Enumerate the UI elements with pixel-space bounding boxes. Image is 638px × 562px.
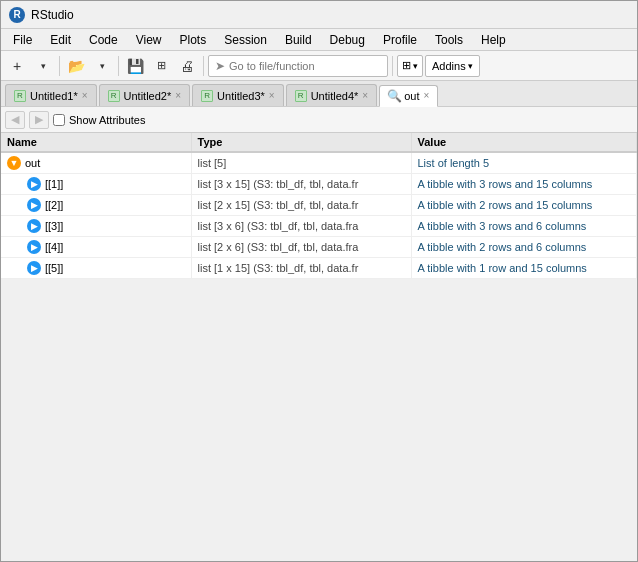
expand-btn-3[interactable]: ▶: [27, 219, 41, 233]
table-row: ▶[[2]]list [2 x 15] (S3: tbl_df, tbl, da…: [1, 195, 637, 216]
cell-name-2: ▶[[2]]: [1, 195, 191, 216]
tab-untitled2-close[interactable]: ×: [175, 91, 181, 101]
tabs-bar: R Untitled1* × R Untitled2* × R Untitled…: [1, 81, 637, 107]
tab-untitled1-label: Untitled1*: [30, 90, 78, 102]
table-row: ▶[[4]]list [2 x 6] (S3: tbl_df, tbl, dat…: [1, 237, 637, 258]
back-btn[interactable]: ◀: [5, 111, 25, 129]
menu-item-profile[interactable]: Profile: [375, 31, 425, 49]
tab-untitled2-icon: R: [108, 90, 120, 102]
menu-bar: FileEditCodeViewPlotsSessionBuildDebugPr…: [1, 29, 637, 51]
show-attributes-text: Show Attributes: [69, 114, 145, 126]
menu-item-code[interactable]: Code: [81, 31, 126, 49]
menu-item-file[interactable]: File: [5, 31, 40, 49]
menu-item-tools[interactable]: Tools: [427, 31, 471, 49]
tab-untitled3-close[interactable]: ×: [269, 91, 275, 101]
menu-item-edit[interactable]: Edit: [42, 31, 79, 49]
expand-btn-5[interactable]: ▶: [27, 261, 41, 275]
toolbar-separator-4: [392, 56, 393, 76]
addins-dropdown-icon: ▾: [468, 61, 473, 71]
tab-untitled4-close[interactable]: ×: [362, 91, 368, 101]
forward-btn[interactable]: ▶: [29, 111, 49, 129]
cell-type-2: list [2 x 15] (S3: tbl_df, tbl, data.fr: [191, 195, 411, 216]
tab-untitled1[interactable]: R Untitled1* ×: [5, 84, 97, 106]
cell-type-1: list [3 x 15] (S3: tbl_df, tbl, data.fr: [191, 174, 411, 195]
expand-btn-2[interactable]: ▶: [27, 198, 41, 212]
save-btn[interactable]: 💾: [123, 54, 147, 78]
tab-untitled3[interactable]: R Untitled3* ×: [192, 84, 284, 106]
col-header-type: Type: [191, 133, 411, 152]
menu-item-debug[interactable]: Debug: [322, 31, 373, 49]
new-file-dropdown-btn[interactable]: ▾: [31, 54, 55, 78]
tab-untitled1-icon: R: [14, 90, 26, 102]
show-attributes-label[interactable]: Show Attributes: [53, 114, 145, 126]
menu-item-session[interactable]: Session: [216, 31, 275, 49]
addins-label: Addins: [432, 60, 466, 72]
table-row: ▶[[5]]list [1 x 15] (S3: tbl_df, tbl, da…: [1, 258, 637, 279]
grid-dropdown-icon: ▾: [413, 61, 418, 71]
cell-name-5: ▶[[5]]: [1, 258, 191, 279]
cell-name-4: ▶[[4]]: [1, 237, 191, 258]
cell-type-3: list [3 x 6] (S3: tbl_df, tbl, data.fra: [191, 216, 411, 237]
tab-out-icon: 🔍: [388, 90, 400, 102]
table-row: ▶[[3]]list [3 x 6] (S3: tbl_df, tbl, dat…: [1, 216, 637, 237]
open-recent-btn[interactable]: ▾: [90, 54, 114, 78]
go-arrow-icon: ➤: [215, 59, 225, 73]
rstudio-icon: R: [9, 7, 25, 23]
tab-out[interactable]: 🔍 out ×: [379, 85, 438, 107]
expand-btn-1[interactable]: ▶: [27, 177, 41, 191]
row-name-2: [[2]]: [45, 199, 63, 211]
goto-input[interactable]: [229, 60, 381, 72]
tab-untitled2-label: Untitled2*: [124, 90, 172, 102]
cell-name-3: ▶[[3]]: [1, 216, 191, 237]
menu-item-help[interactable]: Help: [473, 31, 514, 49]
toolbar-separator-2: [118, 56, 119, 76]
row-name-4: [[4]]: [45, 241, 63, 253]
addins-btn[interactable]: Addins ▾: [425, 55, 480, 77]
toolbar2: ◀ ▶ Show Attributes: [1, 107, 637, 133]
row-name-3: [[3]]: [45, 220, 63, 232]
expand-btn-0[interactable]: ▼: [7, 156, 21, 170]
cell-type-4: list [2 x 6] (S3: tbl_df, tbl, data.fra: [191, 237, 411, 258]
tab-untitled4[interactable]: R Untitled4* ×: [286, 84, 378, 106]
row-name-1: [[1]]: [45, 178, 63, 190]
table-row: ▶[[1]]list [3 x 15] (S3: tbl_df, tbl, da…: [1, 174, 637, 195]
goto-file-search[interactable]: ➤: [208, 55, 388, 77]
cell-value-1: A tibble with 3 rows and 15 columns: [411, 174, 637, 195]
row-name-5: [[5]]: [45, 262, 63, 274]
col-header-name: Name: [1, 133, 191, 152]
app-title: RStudio: [31, 8, 74, 22]
cell-name-1: ▶[[1]]: [1, 174, 191, 195]
tab-out-label: out: [404, 90, 419, 102]
open-file-btn[interactable]: 📂: [64, 54, 88, 78]
tab-untitled1-close[interactable]: ×: [82, 91, 88, 101]
new-file-btn[interactable]: +: [5, 54, 29, 78]
table-row: ▼outlist [5]List of length 5: [1, 152, 637, 174]
cell-value-5: A tibble with 1 row and 15 columns: [411, 258, 637, 279]
cell-value-2: A tibble with 2 rows and 15 columns: [411, 195, 637, 216]
toolbar-separator-3: [203, 56, 204, 76]
toolbar: + ▾ 📂 ▾ 💾 ⊞ 🖨 ➤ ⊞ ▾ Addins ▾: [1, 51, 637, 81]
print-btn[interactable]: 🖨: [175, 54, 199, 78]
show-attributes-checkbox[interactable]: [53, 114, 65, 126]
tab-untitled4-icon: R: [295, 90, 307, 102]
cell-value-3: A tibble with 3 rows and 6 columns: [411, 216, 637, 237]
data-table: Name Type Value ▼outlist [5]List of leng…: [1, 133, 637, 279]
grid-btn[interactable]: ⊞ ▾: [397, 55, 423, 77]
cell-type-5: list [1 x 15] (S3: tbl_df, tbl, data.fr: [191, 258, 411, 279]
toolbar-separator-1: [59, 56, 60, 76]
cell-name-0: ▼out: [1, 152, 191, 174]
data-table-container: Name Type Value ▼outlist [5]List of leng…: [1, 133, 637, 279]
tab-out-close[interactable]: ×: [423, 91, 429, 101]
tab-untitled2[interactable]: R Untitled2* ×: [99, 84, 191, 106]
save-all-btn[interactable]: ⊞: [149, 54, 173, 78]
expand-btn-4[interactable]: ▶: [27, 240, 41, 254]
menu-item-build[interactable]: Build: [277, 31, 320, 49]
grid-icon: ⊞: [402, 59, 411, 72]
title-bar: R RStudio: [1, 1, 637, 29]
tab-untitled3-label: Untitled3*: [217, 90, 265, 102]
cell-value-4: A tibble with 2 rows and 6 columns: [411, 237, 637, 258]
menu-item-view[interactable]: View: [128, 31, 170, 49]
tab-untitled4-label: Untitled4*: [311, 90, 359, 102]
col-header-value: Value: [411, 133, 637, 152]
menu-item-plots[interactable]: Plots: [172, 31, 215, 49]
